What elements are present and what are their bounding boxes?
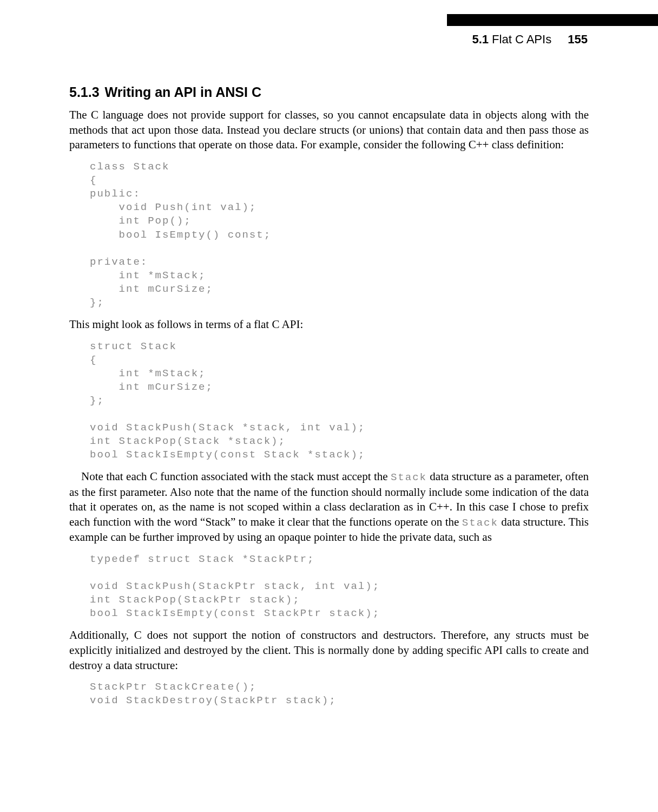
running-header: 5.1 Flat C APIs 155 xyxy=(69,32,589,47)
header-section-title: Flat C APIs xyxy=(492,32,551,46)
inline-code: Stack xyxy=(462,517,498,529)
paragraph: Additionally, C does not support the not… xyxy=(69,628,589,673)
paragraph: This might look as follows in terms of a… xyxy=(69,317,589,332)
page-content: 5.1 Flat C APIs 155 5.1.3Writing an API … xyxy=(0,0,658,748)
code-block: typedef struct Stack *StackPtr; void Sta… xyxy=(90,553,589,620)
heading-title: Writing an API in ANSI C xyxy=(105,84,261,100)
code-block: StackPtr StackCreate(); void StackDestro… xyxy=(90,680,589,708)
section-heading: 5.1.3Writing an API in ANSI C xyxy=(69,84,589,100)
inline-code: Stack xyxy=(391,472,427,483)
header-section-num: 5.1 xyxy=(472,32,489,46)
paragraph: The C language does not provide support … xyxy=(69,108,589,153)
text-run: Note that each C function associated wit… xyxy=(81,470,391,483)
code-block: class Stack { public: void Push(int val)… xyxy=(90,160,589,310)
paragraph: Note that each C function associated wit… xyxy=(69,469,589,545)
header-page-num: 155 xyxy=(568,32,588,46)
heading-number: 5.1.3 xyxy=(69,84,100,100)
page-tab xyxy=(447,14,658,26)
code-block: struct Stack { int *mStack; int mCurSize… xyxy=(90,340,589,462)
